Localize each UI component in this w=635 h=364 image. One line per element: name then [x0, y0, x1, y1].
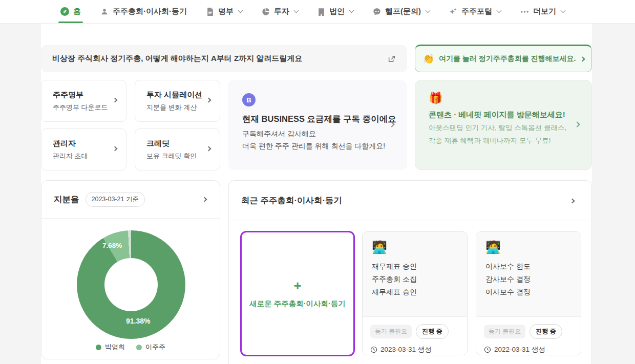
chevron-right-icon [206, 146, 211, 152]
quick-card-credit[interactable]: 크레딧 보유 크레딧 확인 [135, 129, 220, 170]
meeting-card-body: 🧑‍💻 재무제표 승인 주주총회 소집 재무제표 승인 [363, 232, 467, 317]
created-date-row: 2022-03-31 생성 [484, 345, 573, 354]
legend-item: 이주주 [136, 342, 165, 352]
sparkles-icon [449, 8, 457, 16]
quick-card-subtitle: 주주명부 다운로드 [53, 103, 105, 112]
agenda-item: 재무제표 승인 [372, 260, 458, 273]
annual-meeting-cta-banner[interactable]: 👏 여기를 눌러 정기주주총회를 진행해보세요. [415, 45, 592, 72]
chevron-right-icon [113, 146, 118, 152]
pie-chart-icon [262, 8, 270, 16]
plan-line-2: 더욱 편한 주주 관리를 위해 최선을 다할게요! [242, 142, 393, 151]
legend-dot [96, 345, 101, 350]
clock-icon [370, 346, 377, 353]
nav-item-help[interactable]: 헬프(문의) [373, 0, 430, 23]
quick-links: 주주명부 주주명부 다운로드 투자 시뮬레이션 지분율 변화 계산 관리자 관리… [41, 80, 220, 170]
plus-icon: + [293, 279, 301, 292]
nav-item-meetings[interactable]: 주주총회·이사회·등기 [100, 0, 187, 23]
nav-item-register[interactable]: 명부 [206, 0, 242, 23]
agenda-item: 재무제표 승인 [372, 286, 458, 298]
meeting-card-2023[interactable]: 🧑‍💻 재무제표 승인 주주총회 소집 재무제표 승인 등기 불필요 진행 중 [362, 231, 468, 355]
badge-row: 등기 불필요 진행 중 [370, 324, 459, 339]
divider [229, 221, 591, 221]
created-date: 2022-03-31 생성 [494, 345, 545, 354]
app-window: 홈 주주총회·이사회·등기 명부 투자 [0, 0, 635, 364]
ellipsis-icon [520, 10, 529, 13]
chevron-right-icon [580, 56, 585, 61]
quick-card-title: 주주명부 [53, 90, 105, 100]
legend-item: 박영희 [96, 342, 125, 352]
registration-status-badge: 등기 불필요 [370, 325, 412, 338]
technologist-emoji: 🧑‍💻 [485, 240, 572, 255]
quick-card-title: 크레딧 [146, 139, 199, 148]
chevron-right-icon [570, 198, 575, 203]
nav-label-corporation: 법인 [329, 7, 345, 16]
legend-name: 이주주 [145, 342, 165, 352]
quick-card-subtitle: 지분율 변화 계산 [146, 103, 199, 112]
nav-item-shareholder-portal[interactable]: 주주포털 [449, 0, 501, 23]
active-tab-underline [58, 22, 83, 23]
recent-meetings-panel: 최근 주주총회·이사회·등기 + 새로운 주주총회·이사회·등기 🧑‍💻 재무제… [228, 180, 592, 364]
ownership-legend: 박영희 이주주 [41, 342, 220, 352]
meeting-card-footer: 등기 불필요 진행 중 2023-03-31 생성 [363, 317, 467, 355]
recent-meetings-header[interactable]: 최근 주주총회·이사회·등기 [229, 181, 591, 221]
progress-status-badge: 진행 중 [416, 324, 448, 339]
ownership-card: 지분율 2023-03-21 기준 7.68% 91.38% 박영희 이주주 [41, 180, 220, 359]
quick-card-subtitle: 보유 크레딧 확인 [146, 152, 199, 161]
nav-label-more: 더보기 [533, 7, 556, 16]
nav-label-investment: 투자 [274, 7, 289, 16]
external-link-icon [388, 55, 396, 63]
chevron-down-icon [497, 8, 502, 13]
legend-dot [136, 345, 142, 350]
meeting-agenda-list: 재무제표 승인 주주총회 소집 재무제표 승인 [372, 260, 458, 299]
plan-badge-icon: B [242, 93, 256, 106]
notice-banner[interactable]: 비상장 주식회사 정기주총, 어떻게 해야하는지 A부터 Z까지 알려드릴게요 [41, 45, 407, 72]
new-meeting-card[interactable]: + 새로운 주주총회·이사회·등기 [240, 231, 355, 356]
benefit-title: 콘텐츠 · 베네핏 페이지를 방문해보세요! [429, 110, 578, 120]
top-nav: 홈 주주총회·이사회·등기 명부 투자 [0, 0, 635, 24]
meeting-agenda-list: 이사보수 한도 감사보수 결정 이사보수 결정 [485, 260, 572, 299]
building-icon [318, 8, 325, 16]
meeting-card-body: 🧑‍💻 이사보수 한도 감사보수 결정 이사보수 결정 [476, 232, 581, 317]
quick-card-investment-simulation[interactable]: 투자 시뮬레이션 지분율 변화 계산 [135, 80, 220, 122]
benefit-line-1: 아웃스탠딩 인기 기사, 탈잉 스톡옵션 클래스, [429, 123, 578, 133]
nav-item-corporation[interactable]: 법인 [318, 0, 353, 23]
nav-label-help: 헬프(문의) [385, 7, 421, 16]
new-meeting-label: 새로운 주주총회·이사회·등기 [249, 299, 346, 309]
plan-title: 현재 BUSINESS 요금제를 구독 중이에요 [242, 114, 393, 125]
ownership-donut-chart: 7.68% 91.38% [77, 230, 185, 339]
donut-label-minor: 7.68% [102, 242, 122, 249]
agenda-item: 주주총회 소집 [372, 273, 458, 286]
nav-item-home[interactable]: 홈 [60, 0, 81, 23]
nav-label-home: 홈 [73, 7, 81, 16]
quick-card-subtitle: 관리자 초대 [53, 152, 105, 161]
nav-item-investment[interactable]: 투자 [262, 0, 298, 23]
chevron-right-icon [113, 98, 118, 103]
quick-card-shareholder-register[interactable]: 주주명부 주주명부 다운로드 [41, 80, 126, 122]
nav-label-shareholder-portal: 주주포털 [461, 7, 492, 16]
technologist-emoji: 🧑‍💻 [372, 240, 458, 255]
chevron-down-icon [561, 8, 566, 13]
agenda-item: 이사보수 한도 [485, 260, 572, 273]
recent-meetings-title: 최근 주주총회·이사회·등기 [241, 195, 342, 206]
clock-icon [484, 346, 491, 353]
nav-label-register: 명부 [218, 7, 234, 16]
quick-card-admin[interactable]: 관리자 관리자 초대 [41, 129, 126, 170]
legend-name: 박영희 [105, 342, 125, 352]
agenda-item: 감사보수 결정 [485, 273, 572, 286]
created-date-row: 2023-03-31 생성 [370, 345, 459, 354]
subscription-plan-card[interactable]: B 현재 BUSINESS 요금제를 구독 중이에요 구독해주셔서 감사해요 더… [228, 80, 407, 170]
chevron-right-icon [202, 197, 207, 202]
clapping-hands-emoji: 👏 [422, 53, 434, 65]
ownership-header[interactable]: 지분율 2023-03-21 기준 [41, 181, 220, 218]
meeting-card-2022[interactable]: 🧑‍💻 이사보수 한도 감사보수 결정 이사보수 결정 등기 불필요 진행 중 [476, 231, 581, 355]
chevron-down-icon [238, 8, 243, 13]
meeting-card-footer: 등기 불필요 진행 중 2022-03-31 생성 [476, 317, 581, 355]
donut-hole [104, 258, 158, 311]
document-icon [206, 8, 214, 16]
chat-bubble-icon [373, 8, 381, 16]
content-benefit-card[interactable]: 🎁 콘텐츠 · 베네핏 페이지를 방문해보세요! 아웃스탠딩 인기 기사, 탈잉… [415, 80, 592, 170]
person-icon [100, 8, 109, 16]
badge-row: 등기 불필요 진행 중 [484, 324, 573, 339]
divider [41, 218, 220, 219]
nav-item-more[interactable]: 더보기 [520, 0, 565, 23]
